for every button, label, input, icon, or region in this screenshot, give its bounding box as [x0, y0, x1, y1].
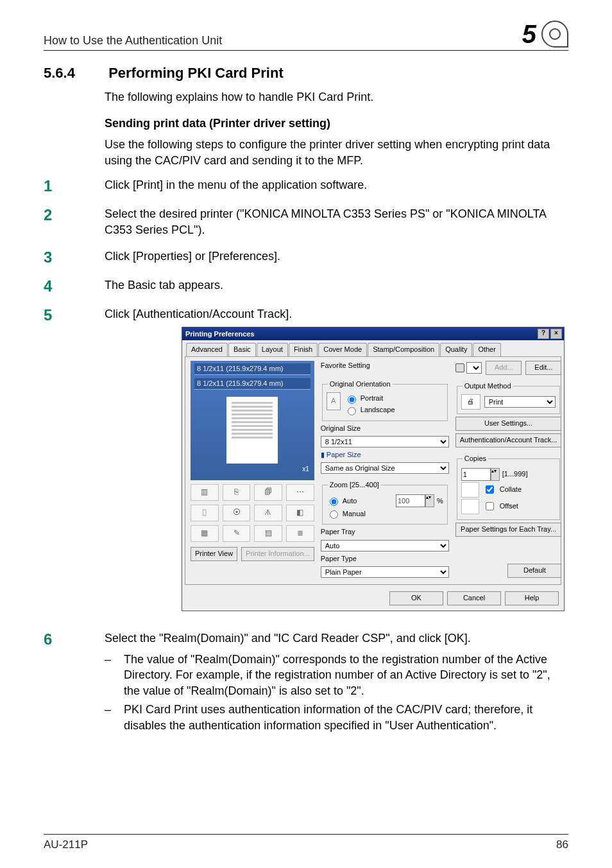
binding-icon — [541, 21, 568, 48]
tab-advanced[interactable]: Advanced — [186, 343, 228, 356]
section-number: 5.6.4 — [44, 65, 105, 82]
step-5: 5 Click [Authentication/Account Track]. … — [105, 306, 568, 620]
copies-spin[interactable]: ▴▾ — [491, 468, 500, 481]
zoom-group: Zoom [25...400] Auto ▴▾ % — [322, 480, 448, 525]
fold-icon[interactable]: ⩚ — [254, 505, 282, 521]
paper-type-label: Paper Type — [321, 554, 449, 564]
duplex-icon[interactable]: ⎘ — [223, 484, 251, 501]
original-size-select[interactable]: 8 1/2x11 — [321, 436, 449, 447]
help-button[interactable]: Help — [505, 591, 559, 605]
list-item: – PKI Card Print uses authentication inf… — [105, 702, 568, 734]
step-number: 3 — [44, 248, 105, 267]
output-method-select[interactable]: Print — [484, 396, 556, 408]
copies-input[interactable] — [461, 468, 491, 481]
overlay-icon[interactable]: ▤ — [254, 525, 282, 542]
output-icon[interactable]: ◧ — [286, 505, 314, 521]
collate-icon — [461, 482, 479, 498]
favorite-edit-button[interactable]: Edit... — [525, 361, 561, 375]
layout-icon[interactable]: ▥ — [191, 484, 219, 501]
finishing-icon[interactable]: ⋯ — [286, 484, 314, 501]
tab-basic[interactable]: Basic — [228, 343, 256, 356]
sub-text: The value of "Realm(Domain)" corresponds… — [124, 652, 568, 699]
zoom-auto-label: Auto — [343, 496, 357, 506]
zoom-auto-radio[interactable] — [330, 498, 338, 506]
step-2: 2 Select the desired printer ("KONICA MI… — [105, 206, 568, 238]
color-icon[interactable]: ▦ — [191, 525, 219, 542]
paper-settings-each-tray-button[interactable]: Paper Settings for Each Tray... — [455, 523, 562, 537]
group-label: Zoom [25...400] — [328, 480, 381, 490]
zoom-manual-label: Manual — [343, 509, 366, 519]
step-number: 6 — [44, 630, 105, 649]
step-text: Click [Print] in the menu of the applica… — [105, 177, 568, 193]
dialog-titlebar[interactable]: Printing Preferences ? × — [182, 327, 564, 340]
tab-cover-mode[interactable]: Cover Mode — [318, 343, 367, 356]
collate-label: Collate — [500, 485, 522, 494]
dialog-bottom-buttons: OK Cancel Help — [182, 587, 564, 611]
group-label: Original Orientation — [328, 379, 393, 389]
help-window-button[interactable]: ? — [538, 329, 549, 339]
watermark-icon[interactable]: ✎ — [223, 525, 251, 542]
sub-text: PKI Card Print uses authentication infor… — [124, 702, 568, 734]
favorite-setting-select[interactable]: Default Setting — [466, 362, 482, 374]
section-intro: The following explains how to handle PKI… — [105, 89, 568, 105]
zoom-spin[interactable]: ▴▾ — [425, 494, 434, 507]
favorite-add-button[interactable]: Add... — [486, 361, 522, 375]
close-window-button[interactable]: × — [550, 329, 562, 339]
landscape-radio[interactable] — [348, 407, 356, 415]
cancel-button[interactable]: Cancel — [447, 591, 501, 605]
step-number: 4 — [44, 277, 105, 296]
zoom-value-input[interactable] — [396, 494, 425, 507]
original-size-label: Original Size — [321, 424, 449, 433]
paper-tray-label: Paper Tray — [321, 527, 449, 537]
printer-icon: 🖨 — [461, 394, 480, 410]
staple-icon[interactable]: ⌷ — [191, 505, 219, 521]
step-text: Select the desired printer ("KONICA MINO… — [105, 206, 568, 238]
user-settings-button[interactable]: User Settings... — [455, 417, 562, 431]
list-item: – The value of "Realm(Domain)" correspon… — [105, 652, 568, 699]
step-3: 3 Click [Properties] or [Preferences]. — [105, 248, 568, 267]
step-text: Click [Properties] or [Preferences]. — [105, 248, 568, 265]
portrait-radio[interactable] — [348, 395, 356, 404]
page-header: How to Use the Authentication Unit 5 — [44, 21, 568, 51]
footer-right: 86 — [556, 838, 568, 851]
ok-button[interactable]: OK — [389, 591, 443, 605]
tab-stamp-composition[interactable]: Stamp/Composition — [368, 343, 439, 356]
paper-size-label: ▮ Paper Size — [321, 450, 449, 460]
zoom-manual-radio[interactable] — [330, 510, 338, 519]
step-number: 2 — [44, 206, 105, 225]
printer-view-button[interactable]: Printer View — [191, 547, 237, 561]
landscape-label: Landscape — [361, 405, 395, 415]
step-4: 4 The Basic tab appears. — [105, 277, 568, 296]
booklet-icon[interactable]: 🗐 — [254, 484, 282, 501]
favorite-setting-dropdown[interactable]: Default Setting — [455, 362, 482, 374]
default-button[interactable]: Default — [507, 564, 561, 578]
tab-quality[interactable]: Quality — [440, 343, 472, 356]
orientation-icon: A — [327, 392, 341, 410]
auth-account-track-button[interactable]: Authentication/Account Track... — [455, 433, 562, 447]
tab-other[interactable]: Other — [473, 343, 501, 356]
printing-preferences-dialog: Printing Preferences ? × Advanced Basic … — [182, 327, 565, 611]
section-heading: 5.6.4 Performing PKI Card Print — [44, 65, 568, 82]
punch-icon[interactable]: ⦿ — [223, 505, 251, 521]
screenshot-figure: Printing Preferences ? × Advanced Basic … — [182, 327, 568, 611]
page-footer: AU-211P 86 — [44, 834, 568, 851]
quality-icon[interactable]: ≣ — [286, 525, 314, 542]
step-number: 1 — [44, 177, 105, 196]
paper-type-select[interactable]: Plain Paper — [321, 566, 449, 578]
tab-layout[interactable]: Layout — [257, 343, 288, 356]
step-6: 6 Select the "Realm(Domain)" and "IC Car… — [105, 630, 568, 736]
collate-checkbox[interactable] — [486, 485, 494, 494]
printer-information-button[interactable]: Printer Information... — [241, 547, 314, 561]
original-orientation-group: Original Orientation A Portrait Landscap… — [322, 379, 448, 421]
preview-original-size: 8 1/2x11 (215.9x279.4 mm) — [194, 363, 310, 375]
running-title: How to Use the Authentication Unit — [44, 34, 222, 48]
step-text: Select the "Realm(Domain)" and "IC Card … — [105, 632, 471, 645]
tab-finish[interactable]: Finish — [289, 343, 318, 356]
offset-checkbox[interactable] — [486, 502, 494, 510]
section-title: Performing PKI Card Print — [108, 65, 284, 81]
output-method-group: Output Method 🖨 Print — [457, 381, 561, 414]
tab-strip: Advanced Basic Layout Finish Cover Mode … — [182, 340, 564, 356]
preview-column: 8 1/2x11 (215.9x279.4 mm) 8 1/2x11 (215.… — [191, 361, 314, 578]
paper-tray-select[interactable]: Auto — [321, 540, 449, 551]
paper-size-select[interactable]: Same as Original Size — [321, 462, 449, 474]
